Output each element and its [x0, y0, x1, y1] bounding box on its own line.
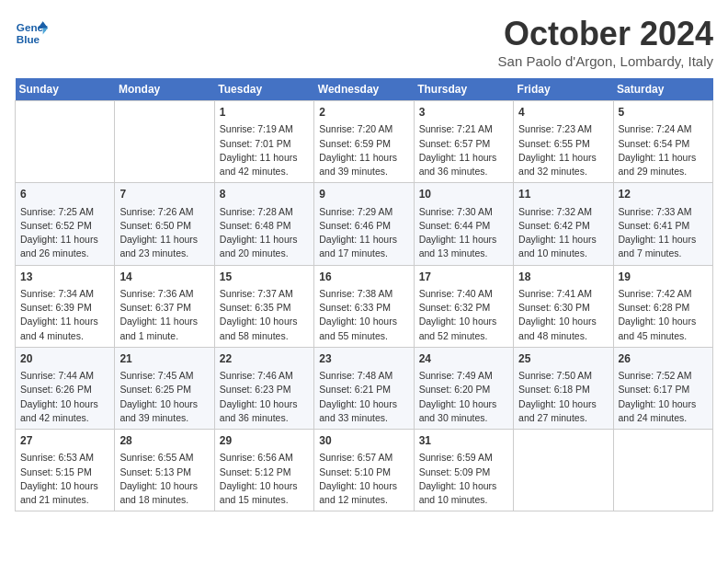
calendar-cell: 28Sunrise: 6:55 AMSunset: 5:13 PMDayligh…: [115, 430, 214, 511]
cell-info: Sunrise: 7:30 AMSunset: 6:44 PMDaylight:…: [419, 205, 508, 261]
day-number: 20: [20, 351, 109, 367]
cell-info: Sunrise: 7:49 AMSunset: 6:20 PMDaylight:…: [419, 369, 508, 425]
calendar-cell: 8Sunrise: 7:28 AMSunset: 6:48 PMDaylight…: [214, 183, 313, 265]
sunrise-text: Sunrise: 7:28 AM: [220, 205, 309, 219]
sunset-text: Sunset: 6:17 PM: [619, 383, 708, 396]
calendar-cell: 21Sunrise: 7:45 AMSunset: 6:25 PMDayligh…: [115, 347, 214, 429]
sunset-text: Sunset: 6:37 PM: [119, 301, 209, 315]
calendar-cell: 10Sunrise: 7:30 AMSunset: 6:44 PMDayligh…: [414, 183, 513, 265]
cell-info: Sunrise: 7:41 AMSunset: 6:30 PMDaylight:…: [518, 287, 608, 343]
location: San Paolo d'Argon, Lombardy, Italy: [498, 53, 713, 69]
svg-text:Blue: Blue: [17, 33, 40, 45]
sunrise-text: Sunrise: 6:59 AM: [419, 451, 508, 465]
sunrise-text: Sunrise: 6:57 AM: [319, 451, 408, 465]
calendar-cell: 11Sunrise: 7:32 AMSunset: 6:42 PMDayligh…: [514, 183, 613, 265]
day-number: 7: [119, 187, 209, 202]
calendar-cell: 20Sunrise: 7:44 AMSunset: 6:26 PMDayligh…: [16, 347, 115, 429]
day-number: 22: [220, 351, 309, 367]
day-number: 9: [319, 187, 408, 202]
weekday-saturday: Saturday: [613, 78, 712, 101]
sunrise-text: Sunrise: 7:25 AM: [20, 205, 109, 219]
month-title: October 2024: [498, 15, 713, 53]
title-block: October 2024 San Paolo d'Argon, Lombardy…: [498, 15, 713, 69]
cell-info: Sunrise: 7:29 AMSunset: 6:46 PMDaylight:…: [319, 205, 408, 261]
sunrise-text: Sunrise: 7:45 AM: [119, 369, 209, 383]
day-number: 30: [319, 433, 408, 449]
calendar-cell: [613, 430, 712, 511]
sunset-text: Sunset: 6:48 PM: [220, 219, 309, 233]
cell-info: Sunrise: 6:53 AMSunset: 5:15 PMDaylight:…: [20, 451, 109, 507]
calendar-cell: 25Sunrise: 7:50 AMSunset: 6:18 PMDayligh…: [514, 347, 613, 429]
calendar-cell: 14Sunrise: 7:36 AMSunset: 6:37 PMDayligh…: [115, 265, 214, 347]
calendar-cell: 23Sunrise: 7:48 AMSunset: 6:21 PMDayligh…: [314, 347, 414, 429]
calendar-cell: 9Sunrise: 7:29 AMSunset: 6:46 PMDaylight…: [314, 183, 414, 265]
sunrise-text: Sunrise: 6:55 AM: [119, 451, 209, 465]
day-number: 17: [419, 270, 508, 285]
daylight-text: Daylight: 10 hours and 45 minutes.: [619, 315, 708, 342]
daylight-text: Daylight: 10 hours and 24 minutes.: [619, 397, 708, 425]
sunrise-text: Sunrise: 7:29 AM: [319, 205, 408, 219]
cell-info: Sunrise: 7:23 AMSunset: 6:55 PMDaylight:…: [518, 122, 608, 178]
day-number: 1: [220, 105, 309, 121]
day-number: 26: [619, 351, 708, 367]
sunset-text: Sunset: 5:15 PM: [20, 465, 109, 479]
cell-info: Sunrise: 7:37 AMSunset: 6:35 PMDaylight:…: [220, 287, 309, 343]
sunset-text: Sunset: 6:46 PM: [319, 219, 408, 233]
calendar-cell: 2Sunrise: 7:20 AMSunset: 6:59 PMDaylight…: [314, 101, 414, 183]
sunset-text: Sunset: 6:32 PM: [419, 301, 508, 315]
calendar-table: SundayMondayTuesdayWednesdayThursdayFrid…: [15, 78, 713, 511]
calendar-cell: 31Sunrise: 6:59 AMSunset: 5:09 PMDayligh…: [414, 430, 513, 511]
daylight-text: Daylight: 10 hours and 58 minutes.: [220, 315, 309, 342]
day-number: 25: [518, 351, 608, 367]
weekday-tuesday: Tuesday: [214, 78, 313, 101]
calendar-cell: [514, 430, 613, 511]
day-number: 12: [619, 187, 708, 202]
cell-info: Sunrise: 7:38 AMSunset: 6:33 PMDaylight:…: [319, 287, 408, 343]
sunrise-text: Sunrise: 7:40 AM: [419, 287, 508, 301]
cell-info: Sunrise: 7:48 AMSunset: 6:21 PMDaylight:…: [319, 369, 408, 425]
sunset-text: Sunset: 6:57 PM: [419, 137, 508, 151]
daylight-text: Daylight: 11 hours and 39 minutes.: [319, 151, 408, 178]
sunrise-text: Sunrise: 7:48 AM: [319, 369, 408, 383]
sunrise-text: Sunrise: 7:38 AM: [319, 287, 408, 301]
cell-info: Sunrise: 6:56 AMSunset: 5:12 PMDaylight:…: [220, 451, 309, 507]
page-header: General Blue October 2024 San Paolo d'Ar…: [15, 15, 713, 69]
weekday-thursday: Thursday: [414, 78, 513, 101]
cell-info: Sunrise: 7:24 AMSunset: 6:54 PMDaylight:…: [619, 122, 708, 178]
day-number: 31: [419, 433, 508, 449]
day-number: 11: [518, 187, 608, 202]
sunset-text: Sunset: 6:55 PM: [518, 137, 608, 151]
day-number: 13: [20, 270, 109, 285]
cell-info: Sunrise: 7:20 AMSunset: 6:59 PMDaylight:…: [319, 122, 408, 178]
sunset-text: Sunset: 6:42 PM: [518, 219, 608, 233]
day-number: 27: [20, 433, 109, 449]
day-number: 4: [518, 105, 608, 121]
calendar-cell: 17Sunrise: 7:40 AMSunset: 6:32 PMDayligh…: [414, 265, 513, 347]
sunrise-text: Sunrise: 7:42 AM: [619, 287, 708, 301]
day-number: 5: [619, 105, 708, 121]
daylight-text: Daylight: 11 hours and 17 minutes.: [319, 233, 408, 260]
calendar-cell: 4Sunrise: 7:23 AMSunset: 6:55 PMDaylight…: [514, 101, 613, 183]
sunrise-text: Sunrise: 7:41 AM: [518, 287, 608, 301]
calendar-cell: 18Sunrise: 7:41 AMSunset: 6:30 PMDayligh…: [514, 265, 613, 347]
cell-info: Sunrise: 7:45 AMSunset: 6:25 PMDaylight:…: [119, 369, 209, 425]
calendar-cell: 19Sunrise: 7:42 AMSunset: 6:28 PMDayligh…: [613, 265, 712, 347]
calendar-cell: 27Sunrise: 6:53 AMSunset: 5:15 PMDayligh…: [16, 430, 115, 511]
daylight-text: Daylight: 11 hours and 20 minutes.: [220, 233, 309, 260]
cell-info: Sunrise: 6:59 AMSunset: 5:09 PMDaylight:…: [419, 451, 508, 507]
weekday-friday: Friday: [514, 78, 613, 101]
sunrise-text: Sunrise: 7:34 AM: [20, 287, 109, 301]
daylight-text: Daylight: 10 hours and 27 minutes.: [518, 397, 608, 425]
sunset-text: Sunset: 6:28 PM: [619, 301, 708, 315]
daylight-text: Daylight: 10 hours and 30 minutes.: [419, 397, 508, 425]
sunrise-text: Sunrise: 7:36 AM: [119, 287, 209, 301]
day-number: 2: [319, 105, 408, 121]
sunrise-text: Sunrise: 7:21 AM: [419, 122, 508, 136]
sunset-text: Sunset: 6:33 PM: [319, 301, 408, 315]
day-number: 24: [419, 351, 508, 367]
sunset-text: Sunset: 5:13 PM: [119, 465, 209, 479]
day-number: 21: [119, 351, 209, 367]
weekday-header-row: SundayMondayTuesdayWednesdayThursdayFrid…: [16, 78, 713, 101]
sunrise-text: Sunrise: 7:33 AM: [619, 205, 708, 219]
cell-info: Sunrise: 7:25 AMSunset: 6:52 PMDaylight:…: [20, 205, 109, 261]
